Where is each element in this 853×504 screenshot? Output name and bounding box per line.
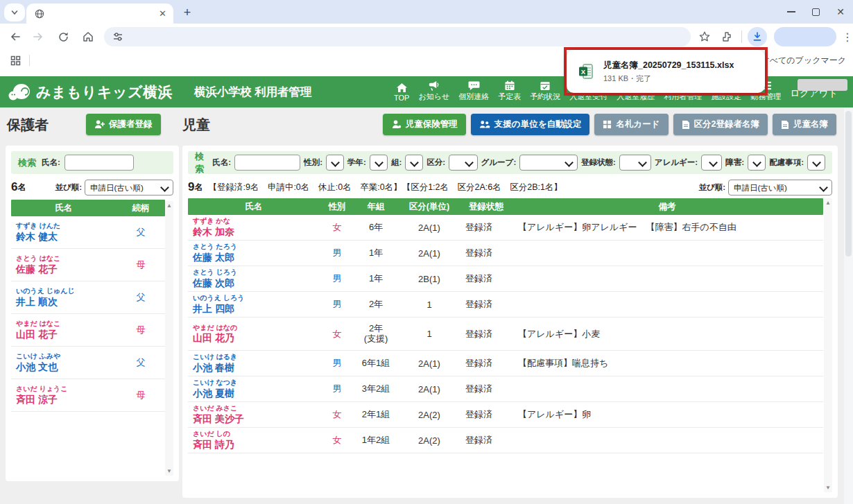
child-row[interactable]: さいだ みさこ 斉田 美沙子 女 2年1組 2A(2) 登録済 【アレルギー】卵 (188, 402, 823, 428)
child-row[interactable]: さとう たろう 佐藤 太郎 男 1年 2A(1) 登録済 (188, 241, 823, 266)
class-select[interactable] (405, 155, 423, 171)
child-insurance-button[interactable]: 児童保険管理 (383, 114, 466, 135)
minimize-icon[interactable] (787, 11, 795, 12)
status-select[interactable] (619, 155, 651, 171)
child-row[interactable]: こいけ なつき 小池 夏樹 男 3年2組 2A(1) 登録済 (188, 376, 823, 402)
child-status: 登録済 (461, 408, 511, 421)
gender-select[interactable] (326, 155, 344, 171)
category2-roster-button[interactable]: 区分2登録者名簿 (673, 114, 768, 135)
guardian-sort-select[interactable]: 申請日(古い順) (85, 180, 173, 195)
child-row[interactable]: こいけ はるき 小池 春樹 男 6年1組 2A(1) 登録済 【配慮事項】喘息持… (188, 351, 823, 376)
child-row[interactable]: やまだ はなの 山田 花乃 女 2年 (支援) 1 登録済 【アレルギー】小麦 (188, 318, 823, 351)
home-icon[interactable] (81, 30, 95, 44)
nav-item-top[interactable]: TOP (394, 81, 409, 102)
guardian-row[interactable]: さいだ りょうこ 斉田 涼子 母 (11, 379, 165, 412)
toolbar-divider (741, 31, 742, 43)
window-close-icon[interactable]: ✕ (836, 7, 845, 17)
child-name-link[interactable]: 山田 花乃 (193, 332, 320, 345)
guardian-name-link[interactable]: 斉田 涼子 (16, 394, 117, 406)
register-guardian-button[interactable]: 保護者登録 (86, 114, 161, 135)
children-sort-select[interactable]: 申請日(古い順) (728, 180, 832, 195)
child-name-link[interactable]: 鈴木 加奈 (193, 226, 320, 238)
guardian-name-link[interactable]: 井上 順次 (16, 296, 117, 309)
child-name-link[interactable]: 井上 四郎 (193, 303, 320, 315)
excel-file-icon: X (578, 63, 594, 80)
extensions-icon[interactable] (720, 30, 734, 44)
allergy-select[interactable] (701, 155, 722, 171)
nav-item-news[interactable]: お知らせ (418, 79, 449, 102)
browser-menu-icon[interactable]: ⋮ (842, 31, 853, 44)
group-select[interactable] (519, 155, 578, 171)
scroll-up-icon[interactable]: ▲ (824, 200, 832, 206)
child-name-link[interactable]: 小池 春樹 (193, 362, 320, 374)
url-bar[interactable] (104, 27, 691, 46)
guardian-row[interactable]: やまだ はなこ 山田 花子 母 (11, 314, 165, 347)
downloads-button[interactable] (748, 27, 766, 46)
guardians-panel: 検索 氏名: 6名 並び順: 申請日(古い順) 氏名 続柄 すずき けんた 鈴木… (6, 146, 179, 481)
app-logo[interactable]: みまもりキッズ横浜 (8, 82, 194, 102)
scroll-down-icon[interactable]: ▼ (165, 468, 173, 474)
page-scrollbar[interactable] (844, 108, 853, 504)
guardian-scrollbar[interactable]: ▲ ▼ (165, 201, 173, 476)
bookmark-star-icon[interactable] (698, 30, 712, 44)
name-filter-label: 氏名: (42, 157, 60, 168)
guardian-row[interactable]: いのうえ じゅんじ 井上 順次 父 (11, 281, 165, 314)
child-name-link[interactable]: 小池 夏樹 (193, 388, 320, 400)
scroll-up-icon[interactable]: ▲ (165, 202, 173, 209)
child-category: 2A(1) (397, 358, 461, 369)
guardian-name-link[interactable]: 小池 文也 (16, 361, 117, 374)
back-icon[interactable] (8, 30, 22, 44)
guardian-row[interactable]: すずき けんた 鈴木 健太 父 (11, 216, 165, 249)
reload-icon[interactable] (56, 30, 70, 44)
scroll-down-icon[interactable]: ▼ (824, 485, 832, 491)
guardian-name-input[interactable] (64, 155, 134, 171)
child-status: 登録済 (461, 434, 511, 446)
child-row[interactable]: さいだ しの 斉田 詩乃 女 1年2組 2A(2) 登録済 (188, 428, 823, 453)
child-row[interactable]: さとう じろう 佐藤 次郎 男 1年 2B(1) 登録済 (188, 266, 823, 292)
children-roster-button[interactable]: 児童名簿 (773, 114, 836, 135)
apps-grid-icon[interactable] (8, 53, 22, 67)
forward-icon[interactable] (32, 30, 46, 44)
child-status: 登録済 (461, 221, 511, 234)
child-note: 【アレルギー】小麦 (511, 328, 823, 340)
disability-select[interactable] (748, 155, 766, 171)
new-tab-button[interactable]: + (179, 4, 196, 21)
child-row[interactable]: いのうえ しろう 井上 四郎 男 2年 1 登録済 (188, 292, 823, 318)
guardian-row[interactable]: こいけ ふみや 小池 文也 父 (11, 347, 165, 379)
calendar-icon (504, 79, 515, 91)
guardian-row[interactable]: さとう はなこ 佐藤 花子 母 (11, 249, 165, 281)
child-name-link[interactable]: 佐藤 太郎 (193, 252, 320, 264)
child-name-link[interactable]: 斉田 美沙子 (193, 413, 320, 426)
name-tag-card-button[interactable]: 名札カード (594, 114, 668, 135)
maximize-icon[interactable] (812, 8, 820, 16)
grade-select[interactable] (370, 155, 388, 171)
nav-item-messages[interactable]: 個別連絡 (458, 79, 489, 102)
nav-item-reservations[interactable]: 予約状況 (530, 79, 560, 102)
care-select[interactable] (807, 155, 825, 171)
child-row[interactable]: すずき かな 鈴木 加奈 女 6年 2A(1) 登録済 【アレルギー】卵アレルギ… (188, 215, 823, 241)
children-scrollbar[interactable]: ▲ ▼ (824, 198, 832, 492)
child-category: 2A(1) (397, 248, 461, 259)
child-grade: 2年 (354, 299, 397, 310)
guardian-name-link[interactable]: 山田 花子 (16, 329, 117, 341)
tab-close-icon[interactable]: ✕ (157, 8, 168, 19)
chat-icon (468, 79, 480, 91)
page-scrollbar-thumb[interactable] (845, 111, 852, 257)
browser-tab[interactable]: ✕ (26, 3, 173, 24)
site-settings-icon[interactable] (112, 31, 123, 42)
auto-set-support-units-button[interactable]: 支援の単位を自動設定 (471, 114, 590, 135)
child-name-link[interactable]: 佐藤 次郎 (193, 277, 320, 290)
category-select[interactable] (449, 155, 478, 171)
child-kana: さいだ みさこ (193, 404, 320, 413)
child-gender: 女 (320, 434, 354, 446)
guardian-name-link[interactable]: 佐藤 花子 (16, 263, 117, 276)
tab-search-button[interactable] (4, 3, 25, 21)
child-name-link[interactable]: 斉田 詩乃 (193, 439, 320, 451)
guardian-name-link[interactable]: 鈴木 健太 (16, 231, 117, 243)
child-name-input[interactable] (234, 155, 300, 171)
nav-item-schedule[interactable]: 予定表 (498, 79, 521, 102)
chevron-down-icon (10, 8, 19, 17)
download-notification[interactable]: X 児童名簿_20250729_153115.xlsx 131 KB・完了 (567, 50, 765, 93)
child-gender: 女 (320, 221, 354, 234)
profile-pill[interactable] (774, 27, 836, 46)
